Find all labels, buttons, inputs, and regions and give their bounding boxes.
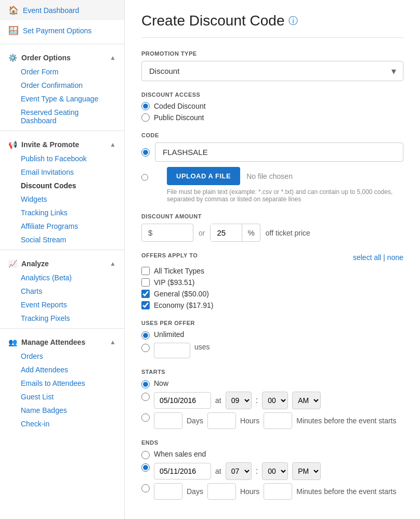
sidebar-item-order-confirmation[interactable]: Order Confirmation — [10, 79, 124, 92]
sidebar-item-email-invitations[interactable]: Email Invitations — [10, 165, 124, 179]
upload-row-outer: UPLOAD A FILE No file chosen File must b… — [141, 167, 403, 203]
upload-filename: No file chosen — [246, 172, 293, 180]
sidebar-section-analyze[interactable]: 📈 Analyze ▲ — [0, 253, 124, 271]
general-checkbox[interactable] — [141, 290, 150, 298]
starts-now-radio[interactable] — [141, 380, 150, 388]
starts-days-input[interactable] — [154, 412, 182, 429]
starts-datetime-row: at 09 : 00 AM PM — [154, 392, 321, 409]
info-icon[interactable]: ⓘ — [288, 15, 298, 27]
start-ampm-select[interactable]: AM PM — [292, 392, 321, 409]
promotion-type-select[interactable]: Discount — [141, 61, 403, 81]
chevron-up-icon-4: ▲ — [110, 339, 116, 346]
starts-hours-input[interactable] — [207, 412, 236, 429]
sidebar-item-check-in[interactable]: Check-in — [10, 417, 124, 431]
sidebar-item-set-payment[interactable]: 🪟 Set Payment Options — [0, 20, 124, 41]
ends-minutes-input[interactable] — [264, 483, 292, 500]
sidebar-item-guest-list[interactable]: Guest List — [10, 390, 124, 404]
vip-ticket-item[interactable]: VIP ($93.51) — [141, 278, 403, 287]
sidebar-item-reserved-seating[interactable]: Reserved Seating Dashboard — [10, 106, 124, 127]
start-hour-select[interactable]: 09 — [226, 392, 252, 409]
ends-when-sales-label: When sales end — [154, 450, 206, 458]
uses-per-offer-label: USES PER OFFER — [141, 320, 403, 326]
ends-when-sales-radio[interactable] — [141, 451, 150, 459]
sidebar-item-event-reports[interactable]: Event Reports — [10, 298, 124, 312]
sidebar-item-publish-facebook[interactable]: Publish to Facebook — [10, 152, 124, 165]
sidebar-item-analytics-beta[interactable]: Analytics (Beta) — [10, 271, 124, 284]
economy-ticket-item[interactable]: Economy ($17.91) — [141, 301, 403, 309]
start-min-select[interactable]: 00 — [262, 392, 288, 409]
code-section: CODE UPLOAD A FILE No file chosen File m… — [141, 132, 403, 203]
percent-sign: % — [242, 224, 259, 241]
discount-access-radio-group: Coded Discount Public Discount — [141, 102, 403, 122]
sidebar-item-event-type-language[interactable]: Event Type & Language — [10, 92, 124, 106]
promotion-type-section: PROMOTION TYPE Discount ▾ — [141, 50, 403, 81]
chevron-up-icon: ▲ — [110, 54, 116, 61]
none-link[interactable]: none — [387, 253, 403, 262]
all-ticket-types-checkbox[interactable] — [141, 267, 150, 275]
starts-colon: : — [256, 396, 258, 405]
code-input-row — [141, 142, 403, 162]
ends-hours-input[interactable] — [207, 483, 236, 500]
public-discount-radio-item[interactable]: Public Discount — [141, 113, 403, 122]
ends-date-radio[interactable] — [141, 463, 150, 472]
code-input[interactable] — [155, 142, 403, 162]
code-file-radio[interactable] — [141, 173, 148, 181]
sidebar-item-tracking-links[interactable]: Tracking Links — [10, 206, 124, 219]
ends-at-label: at — [215, 467, 221, 475]
coded-discount-radio-item[interactable]: Coded Discount — [141, 102, 403, 110]
vip-checkbox[interactable] — [141, 278, 150, 287]
start-date-input[interactable] — [154, 392, 211, 409]
sidebar-item-add-attendees[interactable]: Add Attendees — [10, 363, 124, 377]
end-hour-select[interactable]: 07 — [226, 462, 252, 480]
uses-label: uses — [194, 343, 210, 351]
ends-days-input[interactable] — [154, 483, 182, 500]
coded-discount-radio[interactable] — [141, 102, 150, 110]
end-ampm-select[interactable]: AM PM — [292, 462, 321, 480]
sidebar-item-discount-codes[interactable]: Discount Codes — [10, 179, 124, 192]
offers-apply-label: OFFERS APPLY TO — [141, 252, 198, 258]
dollar-input-wrapper: $ — [141, 224, 193, 242]
ticket-list: All Ticket Types VIP ($93.51) General ($… — [141, 267, 403, 309]
home-icon: 🏠 — [8, 5, 19, 15]
upload-area: UPLOAD A FILE No file chosen File must b… — [153, 167, 403, 203]
public-discount-radio[interactable] — [141, 113, 150, 122]
sidebar-item-social-stream[interactable]: Social Stream — [10, 233, 124, 246]
sidebar-item-emails-to-attendees[interactable]: Emails to Attendees — [10, 377, 124, 390]
sidebar-section-order-options[interactable]: ⚙️ Order Options ▲ — [0, 47, 124, 65]
sidebar-item-affiliate-programs[interactable]: Affiliate Programs — [10, 219, 124, 233]
end-date-input[interactable] — [154, 463, 211, 479]
discount-access-section: DISCOUNT ACCESS Coded Discount Public Di… — [141, 92, 403, 122]
sidebar-item-orders[interactable]: Orders — [10, 349, 124, 363]
sidebar-item-name-badges[interactable]: Name Badges — [10, 404, 124, 417]
starts-relative-inputs: Days Hours Minutes before the event star… — [154, 412, 396, 429]
ends-minutes-before: Minutes before the event starts — [296, 487, 396, 496]
code-single-radio[interactable] — [141, 148, 150, 157]
sidebar-item-widgets[interactable]: Widgets — [10, 192, 124, 206]
pipe-separator: | — [383, 253, 387, 262]
ends-relative-inputs: Days Hours Minutes before the event star… — [154, 483, 396, 500]
economy-checkbox[interactable] — [141, 301, 150, 309]
sidebar-item-order-form[interactable]: Order Form — [10, 65, 124, 79]
order-options-icon: ⚙️ — [8, 54, 17, 62]
unlimited-radio[interactable] — [141, 331, 150, 340]
percent-input[interactable] — [211, 224, 242, 241]
end-min-select[interactable]: 00 — [262, 462, 288, 480]
sidebar-item-tracking-pixels[interactable]: Tracking Pixels — [10, 312, 124, 325]
attendees-icon: 👥 — [8, 338, 17, 346]
ends-relative-radio[interactable] — [141, 484, 150, 492]
starts-relative-row: Days Hours Minutes before the event star… — [141, 412, 403, 429]
uses-input[interactable] — [154, 343, 190, 358]
general-ticket-item[interactable]: General ($50.00) — [141, 290, 403, 298]
sidebar-item-event-dashboard[interactable]: 🏠 Event Dashboard — [0, 0, 124, 20]
upload-button[interactable]: UPLOAD A FILE — [167, 167, 240, 185]
sidebar-item-charts[interactable]: Charts — [10, 284, 124, 298]
uses-count-radio[interactable] — [141, 344, 150, 352]
starts-date-radio[interactable] — [141, 393, 150, 401]
starts-relative-radio[interactable] — [141, 413, 150, 422]
sidebar-section-invite-promote[interactable]: 📢 Invite & Promote ▲ — [0, 134, 124, 152]
sidebar-section-manage-attendees[interactable]: 👥 Manage Attendees ▲ — [0, 332, 124, 349]
select-all-link[interactable]: select all — [353, 253, 381, 262]
starts-minutes-input[interactable] — [264, 412, 292, 429]
dollar-input[interactable] — [154, 228, 186, 237]
all-ticket-types-item[interactable]: All Ticket Types — [141, 267, 403, 275]
